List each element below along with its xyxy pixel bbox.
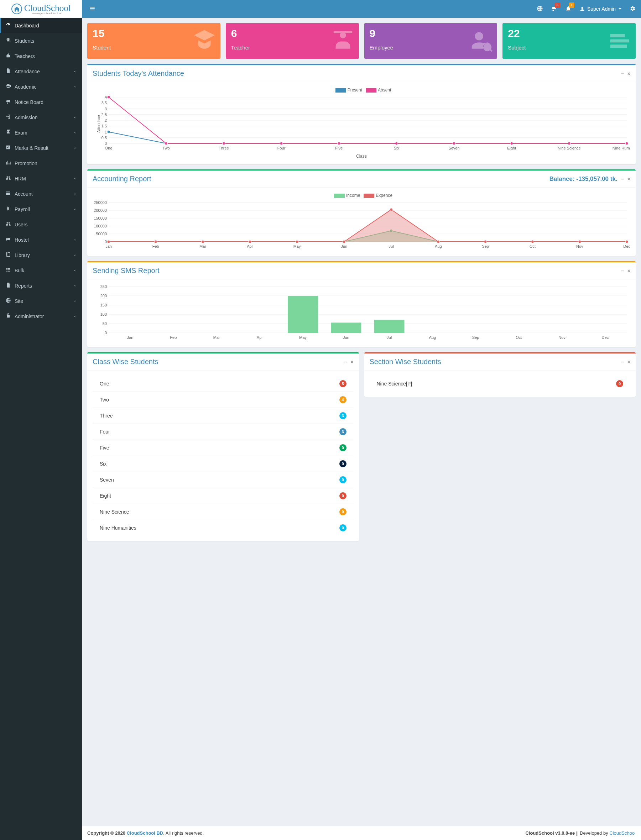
list-item[interactable]: Four3 xyxy=(93,424,354,440)
sidebar-item-notice-board[interactable]: Notice Board xyxy=(0,94,82,110)
bullhorn-icon[interactable]: 5 xyxy=(551,5,557,13)
close-button[interactable]: × xyxy=(628,359,630,365)
svg-point-93 xyxy=(531,240,534,243)
sidebar-item-site[interactable]: Site xyxy=(0,293,82,308)
sidebar-item-bulk[interactable]: Bulk xyxy=(0,263,82,278)
svg-text:Seven: Seven xyxy=(448,146,459,150)
count-badge: 0 xyxy=(339,460,346,467)
sidebar-item-admission[interactable]: Admission xyxy=(0,110,82,125)
logo[interactable]: CloudSchool manage school in cloud xyxy=(0,0,82,18)
stat-box-subject[interactable]: 22 Subject xyxy=(502,23,636,59)
sidebar-item-students[interactable]: Students xyxy=(0,33,82,48)
chevron-left-icon xyxy=(73,237,77,243)
list-item-label: Six xyxy=(100,461,106,467)
attendance-title: Students Today's Attendance xyxy=(93,69,184,77)
bar-chart-icon xyxy=(5,160,11,167)
sidebar-item-users[interactable]: Users xyxy=(0,217,82,232)
stat-box-teacher[interactable]: 6 Teacher xyxy=(226,23,359,59)
sidebar-item-hostel[interactable]: Hostel xyxy=(0,232,82,247)
list-item[interactable]: Nine Science[P]0 xyxy=(370,376,631,392)
svg-text:Nine Humanities: Nine Humanities xyxy=(612,146,630,150)
graduation-cap-icon xyxy=(5,83,11,90)
svg-point-43 xyxy=(395,142,398,145)
list-item-label: Eight xyxy=(100,493,111,499)
sidebar: DashboardStudentsTeachersAttendanceAcade… xyxy=(0,18,82,840)
dollar-icon xyxy=(5,206,11,212)
svg-text:100: 100 xyxy=(100,312,107,316)
close-button[interactable]: × xyxy=(628,71,630,77)
count-badge: 0 xyxy=(339,444,346,451)
collapse-button[interactable]: − xyxy=(621,359,624,365)
chevron-left-icon xyxy=(73,115,77,120)
collapse-button[interactable]: − xyxy=(621,176,624,182)
books-icon xyxy=(607,28,632,54)
svg-text:Aug: Aug xyxy=(435,244,442,249)
sidebar-item-payroll[interactable]: Payroll xyxy=(0,201,82,217)
footer-dev-link[interactable]: CloudSchool xyxy=(609,830,636,836)
svg-text:Dec: Dec xyxy=(623,244,630,249)
collapse-button[interactable]: − xyxy=(344,359,347,365)
sidebar-item-reports[interactable]: Reports xyxy=(0,278,82,293)
caret-down-icon xyxy=(618,8,622,10)
user-menu[interactable]: Super Admin xyxy=(580,6,622,12)
list-item[interactable]: Five0 xyxy=(93,440,354,456)
sidebar-item-hrm[interactable]: HRM xyxy=(0,171,82,186)
accounting-title: Accounting Report xyxy=(93,175,151,183)
svg-text:100000: 100000 xyxy=(93,224,107,228)
sidebar-item-account[interactable]: Account xyxy=(0,186,82,201)
sidebar-item-administrator[interactable]: Administrator xyxy=(0,308,82,324)
stat-box-employee[interactable]: 9 Employee xyxy=(364,23,498,59)
classwise-panel: Class Wise Students − × One5Two4Three3Fo… xyxy=(87,352,359,541)
close-button[interactable]: × xyxy=(628,176,630,182)
svg-text:May: May xyxy=(299,335,307,340)
attendance-panel: Students Today's Attendance − × PresentA… xyxy=(87,64,636,164)
sidebar-item-exam[interactable]: Exam xyxy=(0,125,82,140)
svg-text:0: 0 xyxy=(105,239,107,244)
list-item[interactable]: Two4 xyxy=(93,392,354,408)
sidebar-item-academic[interactable]: Academic xyxy=(0,79,82,94)
svg-point-90 xyxy=(390,208,393,211)
sidebar-item-library[interactable]: Library xyxy=(0,247,82,263)
svg-text:Oct: Oct xyxy=(515,335,522,340)
svg-text:Five: Five xyxy=(335,146,343,150)
thumbs-up-icon xyxy=(5,53,11,59)
collapse-button[interactable]: − xyxy=(621,71,624,77)
svg-point-38 xyxy=(107,96,110,99)
list-item[interactable]: Six0 xyxy=(93,456,354,472)
sidebar-item-attendance[interactable]: Attendance xyxy=(0,64,82,79)
sectionwise-panel: Section Wise Students − × Nine Science[P… xyxy=(364,352,636,397)
stat-box-student[interactable]: 15 Student xyxy=(87,23,221,59)
list-item[interactable]: Nine Science0 xyxy=(93,504,354,520)
employee-icon xyxy=(469,28,494,54)
svg-text:Aug: Aug xyxy=(429,335,436,340)
list-item[interactable]: Seven0 xyxy=(93,472,354,488)
sidebar-item-marks-result[interactable]: Marks & Result xyxy=(0,140,82,156)
bell-icon[interactable]: 1 xyxy=(565,5,572,13)
collapse-button[interactable]: − xyxy=(621,268,624,274)
list-item[interactable]: One5 xyxy=(93,376,354,392)
close-button[interactable]: × xyxy=(628,268,630,274)
sidebar-item-dashboard[interactable]: Dashboard xyxy=(0,18,82,33)
svg-text:Dec: Dec xyxy=(602,335,609,340)
accounting-chart: IncomeExpence 05000010000015000020000025… xyxy=(93,193,630,251)
svg-text:200000: 200000 xyxy=(93,208,107,212)
sidebar-toggle[interactable] xyxy=(87,3,97,14)
globe-icon[interactable] xyxy=(537,5,543,13)
sms-title: Sending SMS Report xyxy=(93,267,159,275)
svg-text:200: 200 xyxy=(100,294,107,298)
svg-text:Apr: Apr xyxy=(257,335,263,340)
bed-icon xyxy=(5,236,11,243)
list-item[interactable]: Three3 xyxy=(93,408,354,424)
list-item[interactable]: Eight0 xyxy=(93,488,354,504)
sign-in-icon xyxy=(5,114,11,120)
svg-point-91 xyxy=(437,240,440,243)
chevron-left-icon xyxy=(73,191,77,197)
svg-point-89 xyxy=(343,240,345,243)
close-button[interactable]: × xyxy=(350,359,353,365)
bullhorn-icon xyxy=(5,99,11,105)
gears-icon[interactable] xyxy=(629,5,636,13)
sidebar-item-promotion[interactable]: Promotion xyxy=(0,156,82,171)
footer-brand-link[interactable]: CloudSchool BD xyxy=(127,830,163,836)
list-item[interactable]: Nine Humanities0 xyxy=(93,520,354,536)
sidebar-item-teachers[interactable]: Teachers xyxy=(0,48,82,64)
